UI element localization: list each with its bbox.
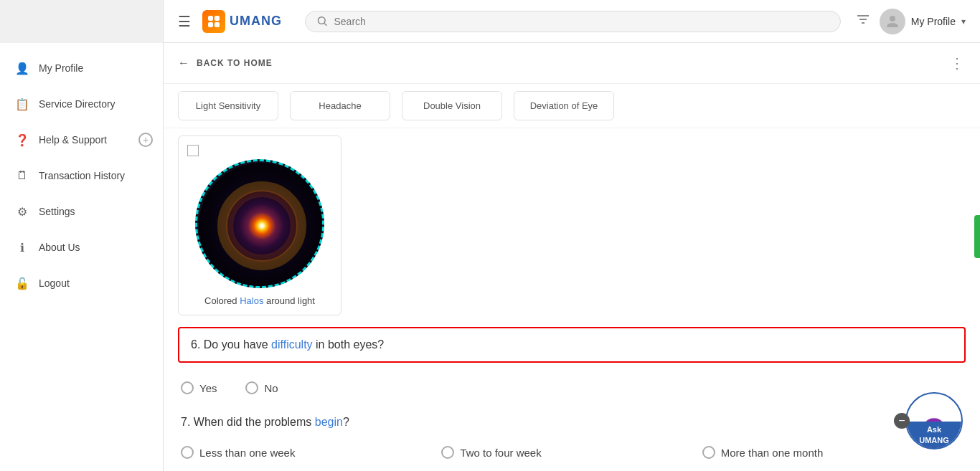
service-icon: 📋 bbox=[14, 96, 30, 112]
q7-label-2: Two to four week bbox=[460, 447, 541, 459]
q6-highlight: difficulty bbox=[271, 338, 313, 351]
sidebar-item-help-support[interactable]: ❓ Help & Support + bbox=[0, 122, 163, 158]
more-options-icon[interactable]: ⋮ bbox=[950, 54, 966, 72]
q6-no-option[interactable]: No bbox=[245, 381, 278, 394]
back-label[interactable]: BACK TO HOME bbox=[197, 58, 273, 68]
sidebar-item-about-us[interactable]: ℹ About Us bbox=[0, 229, 163, 265]
symptom-label: Double Vision bbox=[423, 100, 481, 111]
sidebar-item-label: Logout bbox=[39, 277, 70, 289]
sidebar-logo bbox=[0, 0, 163, 43]
logout-icon: 🔓 bbox=[14, 275, 30, 291]
back-arrow-icon[interactable]: ← bbox=[178, 57, 189, 70]
svg-point-9 bbox=[890, 16, 895, 22]
sidebar-item-logout[interactable]: 🔓 Logout bbox=[0, 265, 163, 301]
q7-radio-group: Less than one week Two to four week More… bbox=[164, 443, 980, 466]
halo-svg bbox=[197, 161, 324, 288]
symptom-card-headache[interactable]: Headache bbox=[290, 91, 390, 120]
profile-area[interactable]: My Profile ▾ bbox=[880, 9, 966, 34]
q6-number: 6. Do you have bbox=[191, 338, 271, 351]
symptom-card-light[interactable]: Light Sensitivity bbox=[178, 91, 278, 120]
sidebar-item-label: My Profile bbox=[39, 62, 83, 74]
topbar: ☰ UMANG My Profile ▾ bbox=[164, 0, 980, 43]
settings-icon: ⚙ bbox=[14, 204, 30, 219]
search-input[interactable] bbox=[334, 16, 828, 27]
help-icon: ❓ bbox=[14, 132, 30, 148]
back-bar: ← BACK TO HOME ⋮ bbox=[164, 43, 980, 84]
halo-label: Colored Halos around light bbox=[187, 295, 332, 306]
halo-label-text: Colored Halos around light bbox=[204, 295, 315, 306]
search-bar[interactable] bbox=[305, 11, 841, 32]
sidebar-item-settings[interactable]: ⚙ Settings bbox=[0, 194, 163, 229]
sidebar-item-label: Service Directory bbox=[39, 98, 116, 110]
sidebar-item-transaction-history[interactable]: 🗒 Transaction History bbox=[0, 158, 163, 194]
halo-section: Colored Halos around light bbox=[164, 128, 980, 327]
green-tab bbox=[974, 215, 980, 258]
expand-icon[interactable]: + bbox=[138, 133, 153, 147]
q7-radio-3[interactable] bbox=[702, 446, 715, 459]
sidebar-item-my-profile[interactable]: 👤 My Profile bbox=[0, 50, 163, 86]
sidebar-item-service-directory[interactable]: 📋 Service Directory bbox=[0, 86, 163, 122]
symptom-card-deviation[interactable]: Deviation of Eye bbox=[514, 91, 614, 120]
q6-yes-radio[interactable] bbox=[181, 381, 194, 394]
ask-umang-widget[interactable]: − 🧕 Ask UMANG bbox=[894, 392, 963, 449]
logo-text: UMANG bbox=[230, 14, 282, 29]
sidebar-menu: 👤 My Profile 📋 Service Directory ❓ Help … bbox=[0, 50, 163, 301]
svg-line-5 bbox=[324, 23, 326, 25]
q6-no-label: No bbox=[264, 382, 278, 394]
symptom-cards-row: Light Sensitivity Headache Double Vision… bbox=[164, 84, 980, 128]
question-6-box: 6. Do you have difficulty in both eyes? bbox=[178, 327, 966, 363]
profile-icon: 👤 bbox=[14, 60, 30, 76]
q7-label-1: Less than one week bbox=[199, 447, 295, 459]
search-icon bbox=[317, 16, 328, 27]
filter-svg bbox=[855, 11, 871, 27]
svg-rect-3 bbox=[215, 22, 220, 27]
close-widget-button[interactable]: − bbox=[894, 413, 910, 429]
question-7-box: 7. When did the problems begin? bbox=[178, 406, 966, 432]
q7-option-1[interactable]: Less than one week bbox=[181, 446, 441, 459]
svg-point-4 bbox=[318, 16, 325, 24]
ask-label-line2: UMANG bbox=[919, 436, 949, 444]
avatar bbox=[880, 9, 905, 34]
ask-label-line1: Ask bbox=[927, 425, 941, 434]
symptom-label: Headache bbox=[319, 100, 361, 111]
sidebar: 👤 My Profile 📋 Service Directory ❓ Help … bbox=[0, 0, 164, 471]
profile-chevron-icon: ▾ bbox=[961, 16, 966, 27]
symptom-label: Deviation of Eye bbox=[530, 100, 598, 111]
q6-no-radio[interactable] bbox=[245, 381, 258, 394]
symptom-label: Light Sensitivity bbox=[196, 100, 260, 111]
q6-yes-option[interactable]: Yes bbox=[181, 381, 217, 394]
logo-icon bbox=[202, 10, 225, 33]
sidebar-item-label: About Us bbox=[39, 242, 80, 253]
main-area: ☰ UMANG My Profile ▾ ← BACK TO HOME bbox=[164, 0, 980, 471]
avatar-icon bbox=[884, 13, 901, 30]
halo-image bbox=[195, 159, 324, 288]
halo-checkbox[interactable] bbox=[187, 145, 199, 156]
q7-label-3: More than one month bbox=[721, 447, 824, 459]
ask-umang-bubble[interactable]: 🧕 Ask UMANG bbox=[905, 392, 963, 449]
svg-rect-0 bbox=[208, 16, 213, 21]
transaction-icon: 🗒 bbox=[14, 168, 30, 184]
sidebar-item-label: Help & Support bbox=[39, 134, 107, 146]
q6-radio-group: Yes No bbox=[164, 374, 980, 406]
halo-card[interactable]: Colored Halos around light bbox=[178, 135, 341, 315]
filter-icon[interactable] bbox=[855, 11, 871, 31]
q7-radio-2[interactable] bbox=[441, 446, 454, 459]
sidebar-item-label: Settings bbox=[39, 206, 75, 217]
symptom-card-double-vision[interactable]: Double Vision bbox=[402, 91, 502, 120]
q7-radio-1[interactable] bbox=[181, 446, 194, 459]
svg-rect-1 bbox=[215, 16, 220, 21]
svg-rect-2 bbox=[208, 22, 213, 27]
about-icon: ℹ bbox=[14, 239, 30, 255]
sidebar-item-label: Transaction History bbox=[39, 170, 125, 181]
q6-end: in both eyes? bbox=[313, 338, 385, 351]
profile-name-label: My Profile bbox=[911, 16, 956, 27]
ask-umang-label: Ask UMANG bbox=[907, 422, 961, 448]
content-area: ← BACK TO HOME ⋮ Light Sensitivity Heada… bbox=[164, 43, 980, 471]
hamburger-button[interactable]: ☰ bbox=[178, 13, 191, 30]
q6-yes-label: Yes bbox=[199, 382, 217, 394]
q7-option-2[interactable]: Two to four week bbox=[441, 446, 702, 459]
q7-text: 7. When did the problems begin? bbox=[181, 416, 349, 428]
logo-area: UMANG bbox=[202, 10, 282, 33]
